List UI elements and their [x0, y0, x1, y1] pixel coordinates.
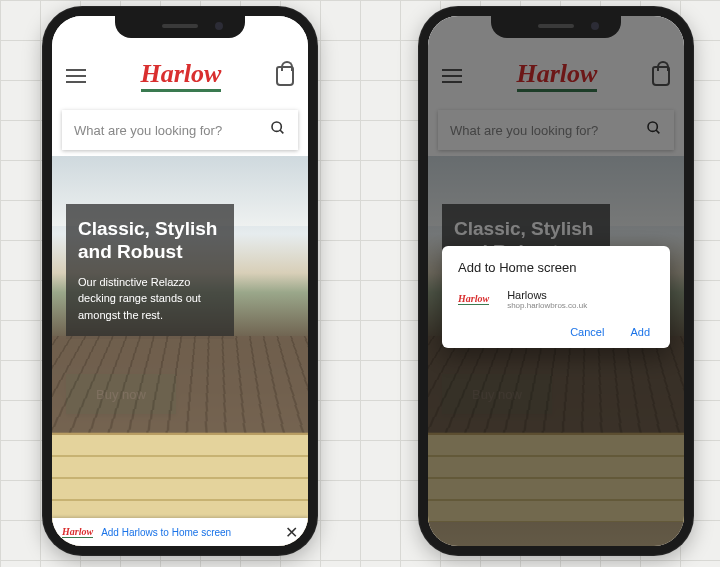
close-icon[interactable]: ✕ — [285, 523, 298, 542]
hero-text-box: Classic, Stylish and Robust Our distinct… — [66, 204, 234, 339]
dialog-app-name: Harlows — [507, 289, 587, 301]
search-icon[interactable] — [270, 120, 286, 141]
shopping-bag-icon[interactable] — [276, 66, 294, 86]
screen: Harlow What are you looking for? Classic… — [428, 16, 684, 546]
mini-logo-icon: Harlow — [458, 294, 489, 305]
dialog-app-url: shop.harlowbros.co.uk — [507, 301, 587, 310]
phone-mockup-right: Harlow What are you looking for? Classic… — [418, 6, 694, 556]
notch — [115, 16, 245, 38]
notch — [491, 16, 621, 38]
dialog-title: Add to Home screen — [458, 260, 654, 275]
search-placeholder: What are you looking for? — [74, 123, 222, 138]
svg-point-0 — [272, 122, 281, 131]
buy-now-button[interactable]: Buy now — [66, 374, 176, 414]
mini-logo-icon: Harlow — [62, 527, 93, 538]
wood-texture — [52, 432, 308, 522]
hero-body: Our distinctive Relazzo decking range st… — [78, 274, 222, 324]
add-button[interactable]: Add — [630, 326, 650, 338]
dialog-app-row: Harlow Harlows shop.harlowbros.co.uk — [458, 289, 654, 310]
dialog-actions: Cancel Add — [458, 322, 654, 340]
add-to-homescreen-dialog: Add to Home screen Harlow Harlows shop.h… — [442, 246, 670, 348]
brand-logo[interactable]: Harlow — [141, 61, 222, 92]
hero-banner: Classic, Stylish and Robust Our distinct… — [52, 156, 308, 546]
screen: Harlow What are you looking for? Classic… — [52, 16, 308, 546]
hero-title: Classic, Stylish and Robust — [78, 218, 222, 264]
cancel-button[interactable]: Cancel — [570, 326, 604, 338]
add-to-homescreen-banner[interactable]: Harlow Add Harlows to Home screen ✕ — [52, 518, 308, 546]
buy-now-label: Buy now — [96, 387, 146, 402]
phone-mockup-left: Harlow What are you looking for? Classic… — [42, 6, 318, 556]
svg-line-1 — [280, 130, 283, 133]
menu-icon[interactable] — [66, 69, 86, 83]
add-banner-text[interactable]: Add Harlows to Home screen — [101, 527, 231, 538]
search-input[interactable]: What are you looking for? — [62, 110, 298, 150]
